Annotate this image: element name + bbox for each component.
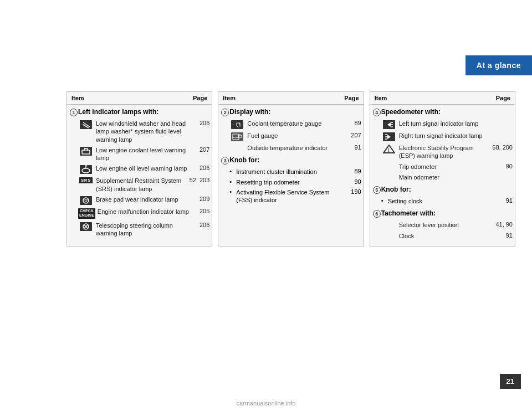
bullet-illumination: • Instrument cluster illumination 89 (221, 168, 361, 176)
col2-item-header: Item (223, 95, 339, 101)
section-4-heading: 4 Speedometer with: (372, 108, 513, 116)
bullet-fss: • Activating Flexible Service System (FS… (221, 188, 361, 204)
watermark: carmanualsonline.info (0, 400, 532, 407)
table-header-3: Item Page (370, 92, 515, 105)
coolant-temp-icon: ~ T (229, 120, 245, 129)
bullet-odometer-text: Resetting trip odometer (236, 178, 341, 186)
brake-icon (78, 196, 94, 205)
bullet-clock: • Setting clock 91 (372, 197, 513, 205)
main-content: Item Page 1 Left indicator lamps with: ~ (66, 91, 515, 246)
check-engine-icon: CHECKENGINE (78, 208, 95, 219)
fuel-text: Fuel gauge (247, 132, 341, 140)
coolant-level-icon (78, 147, 94, 156)
telescope-icon (78, 222, 94, 231)
srs-page: 52, 203 (187, 177, 210, 183)
bullet-fss-page: 190 (342, 188, 361, 195)
fuel-icon (229, 132, 245, 141)
col1-body: 1 Left indicator lamps with: ~ Low winds… (67, 105, 212, 243)
item-check-engine: CHECKENGINE Engine malfunction indicator… (69, 208, 209, 219)
outside-temp-page: 91 (342, 144, 361, 151)
bullet-3: • (229, 188, 236, 195)
page-number: 21 (500, 374, 521, 389)
section-1-title: Left indicator lamps with: (78, 108, 209, 116)
bullet-2: • (229, 178, 236, 185)
section-1-heading: 1 Left indicator lamps with: (69, 108, 209, 116)
bullet-1: • (229, 168, 236, 174)
bullet-fss-text: Activating Flexible Service System (FSS)… (236, 188, 341, 204)
outside-temp-text: Outside temperature indicator (247, 144, 341, 152)
srs-text: Supplemental Restraint System (SRS) indi… (96, 177, 187, 193)
item-right-signal: Right turn signal indicator lamp (372, 132, 513, 141)
oil-level-text: Low engine oil level warning lamp (96, 165, 190, 172)
windshield-page: 206 (190, 120, 209, 126)
section-5-heading: 5 Knob for: (372, 186, 513, 194)
telescope-page: 206 (190, 222, 209, 228)
main-odo-text: Main odometer (399, 173, 493, 181)
section-2-num: 2 (221, 109, 229, 116)
col1-item-header: Item (71, 95, 188, 101)
bullet-illumination-page: 89 (342, 168, 361, 174)
srs-icon: SRS (78, 177, 94, 183)
item-windshield: ~ Low windshield washer and head lamp wa… (69, 120, 209, 143)
selector-page: 41, 90 (493, 221, 513, 228)
col1-page-header: Page (188, 95, 207, 101)
bullet-illumination-text: Instrument cluster illumination (236, 168, 341, 176)
oil-level-page: 206 (190, 165, 209, 171)
item-coolant-level: Low engine coolant level warning lamp 20… (69, 146, 209, 162)
check-engine-text: Engine malfunction indicator lamp (98, 208, 190, 215)
bullet-clock-page: 91 (493, 197, 513, 204)
table-panel-1: Item Page 1 Left indicator lamps with: ~ (66, 91, 212, 246)
check-engine-page: 205 (190, 208, 209, 214)
item-telescope: Telescoping steering column warning lamp… (69, 222, 209, 238)
section-6-heading: 6 Tachometer with: (372, 209, 513, 218)
left-signal-text: Left turn signal indicator lamp (399, 120, 493, 127)
section-1-num: 1 (69, 109, 78, 116)
windshield-text: Low windshield washer and head lamp wash… (96, 120, 190, 143)
section-3-heading: 3 Knob for: (221, 156, 361, 165)
esp-warning-icon: ! (381, 145, 397, 153)
table-header-2: Item Page (218, 92, 363, 105)
section-2-heading: 2 Display with: (221, 108, 361, 116)
col2-page-header: Page (340, 95, 359, 101)
svg-text:T: T (238, 122, 241, 126)
col3-body: 4 Speedometer with: Left turn signal ind… (370, 105, 515, 246)
item-left-signal: Left turn signal indicator lamp (372, 120, 513, 129)
col3-page-header: Page (491, 95, 510, 101)
col3-item-header: Item (375, 95, 491, 101)
selector-text: Selector lever position (399, 221, 493, 229)
section-6-num: 6 (372, 210, 381, 218)
table-panel-2: Item Page 2 Display with: ~ T (218, 91, 364, 246)
coolant-level-page: 207 (190, 146, 209, 153)
bullet-clock-text: Setting clock (388, 197, 493, 205)
bullet-odometer: • Resetting trip odometer 90 (221, 178, 361, 186)
item-main-odo: Main odometer (372, 173, 513, 181)
item-trip-odo: Trip odometer 90 (372, 163, 513, 171)
clock-text: Clock (399, 232, 493, 240)
coolant-temp-text: Coolant temperature gauge (247, 120, 341, 127)
brake-text: Brake pad wear indicator lamp (96, 196, 190, 203)
item-clock: Clock 91 (372, 232, 513, 240)
bullet-odometer-page: 90 (342, 178, 361, 185)
bullet-clock-dot: • (381, 197, 388, 204)
item-coolant-temp: ~ T Coolant temperature gauge 89 (221, 120, 361, 129)
svg-text:~: ~ (232, 122, 235, 127)
fuel-page: 207 (342, 132, 361, 138)
section-4-title: Speedometer with: (381, 108, 513, 116)
section-3-num: 3 (221, 157, 229, 165)
item-esp: ! Electronic Stability Program (ESP) war… (372, 144, 513, 160)
right-signal-text: Right turn signal indicator lamp (399, 132, 493, 140)
section-5-title: Knob for: (381, 186, 513, 193)
section-3-title: Knob for: (229, 156, 361, 164)
item-fuel: Fuel gauge 207 (221, 132, 361, 141)
clock-page: 91 (493, 232, 513, 239)
brake-page: 209 (190, 196, 209, 202)
table-header-1: Item Page (67, 92, 212, 105)
section-4-num: 4 (372, 109, 381, 116)
trip-odo-page: 90 (493, 163, 513, 169)
item-selector: Selector lever position 41, 90 (372, 221, 513, 229)
trip-odo-text: Trip odometer (399, 163, 493, 171)
coolant-level-text: Low engine coolant level warning lamp (96, 146, 190, 162)
right-signal-icon (381, 132, 397, 141)
telescope-text: Telescoping steering column warning lamp (96, 222, 190, 238)
coolant-temp-page: 89 (342, 120, 361, 126)
